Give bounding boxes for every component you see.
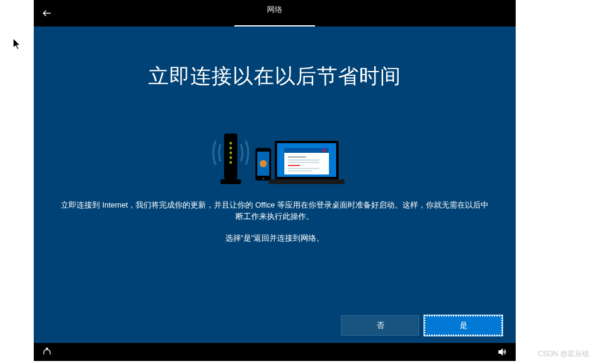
svg-rect-19 [288, 159, 319, 161]
svg-point-3 [230, 142, 232, 144]
speaker-icon [498, 347, 507, 357]
tab-network[interactable]: 网络 [234, 0, 315, 26]
svg-point-10 [260, 160, 267, 167]
back-button[interactable] [34, 0, 60, 26]
tab-network-label: 网络 [267, 4, 283, 15]
svg-point-6 [230, 156, 232, 159]
svg-point-11 [262, 177, 264, 179]
page-title: 立即连接以在以后节省时间 [148, 63, 401, 90]
svg-rect-17 [323, 149, 325, 152]
no-button[interactable]: 否 [341, 315, 419, 336]
svg-rect-20 [288, 162, 319, 163]
svg-rect-16 [284, 148, 329, 153]
svg-rect-2 [220, 179, 241, 184]
watermark-text: CSDN @星辰镜 [537, 349, 589, 359]
oobe-setup-window: 网络 立即连接以在以后节省时间 [34, 0, 516, 361]
svg-rect-21 [288, 165, 300, 166]
yes-button[interactable]: 是 [424, 315, 502, 336]
svg-rect-22 [288, 168, 319, 169]
titlebar: 网络 [34, 0, 516, 26]
svg-rect-23 [288, 170, 312, 171]
button-row: 否 是 [341, 315, 502, 336]
mouse-cursor-icon [13, 39, 22, 51]
description-text-2: 选择"是"返回并连接到网络。 [225, 233, 325, 244]
svg-rect-18 [288, 156, 306, 158]
content-area: 立即连接以在以后节省时间 [34, 26, 516, 343]
ease-of-access-button[interactable] [40, 345, 54, 359]
bottom-toolbar [34, 343, 516, 361]
svg-point-5 [230, 152, 232, 154]
yes-button-label: 是 [460, 320, 467, 331]
svg-point-7 [230, 161, 232, 164]
arrow-left-icon [42, 8, 52, 19]
no-button-label: 否 [377, 320, 384, 331]
volume-button[interactable] [495, 345, 510, 359]
network-illustration [202, 123, 347, 189]
svg-marker-24 [499, 349, 502, 354]
description-text-1: 立即连接到 Internet，我们将完成你的更新，并且让你的 Office 等应… [34, 200, 516, 223]
svg-marker-25 [13, 39, 20, 49]
svg-point-4 [230, 147, 232, 149]
svg-rect-14 [269, 179, 345, 184]
accessibility-icon [42, 347, 52, 357]
